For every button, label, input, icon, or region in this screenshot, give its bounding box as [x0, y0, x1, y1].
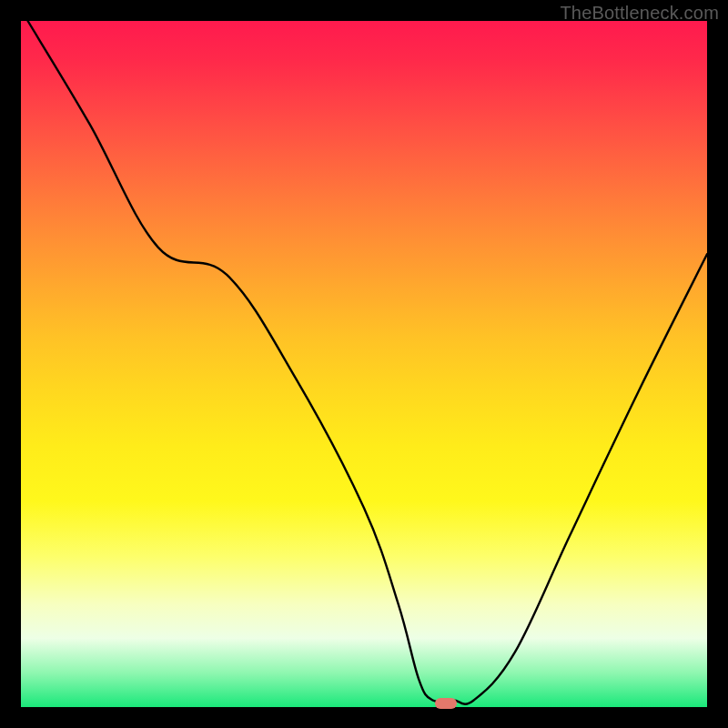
optimal-marker — [435, 698, 457, 709]
bottleneck-curve — [21, 21, 707, 707]
curve-path — [28, 21, 707, 704]
plot-area — [21, 21, 707, 707]
chart-frame: TheBottleneck.com — [0, 0, 728, 728]
watermark-text: TheBottleneck.com — [560, 3, 719, 24]
